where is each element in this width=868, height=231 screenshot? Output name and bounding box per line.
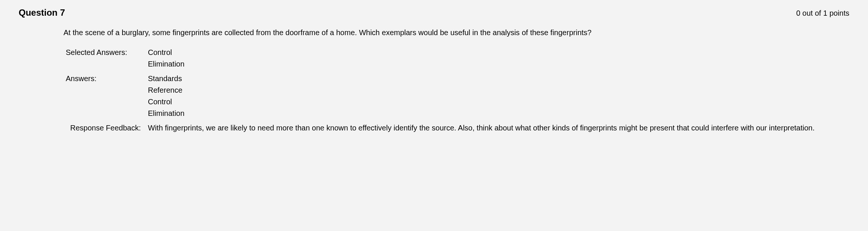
list-item: Standards [148, 74, 849, 85]
points-score: 0 out of 1 points [796, 9, 849, 18]
list-item: Control [148, 97, 849, 108]
question-header: Question 7 0 out of 1 points [19, 7, 849, 18]
list-item: Elimination [148, 108, 849, 120]
feedback-label: Response Feedback: [66, 123, 148, 133]
question-content: At the scene of a burglary, some fingerp… [19, 28, 849, 133]
selected-answers-label: Selected Answers: [66, 47, 148, 71]
list-item: Reference [148, 85, 849, 97]
selected-answers-list: Control Elimination [148, 47, 849, 71]
question-title: Question 7 [19, 7, 65, 18]
question-text: At the scene of a burglary, some fingerp… [63, 28, 849, 37]
list-item: Control [148, 47, 849, 59]
answers-list: Standards Reference Control Elimination [148, 74, 849, 120]
list-item: Elimination [148, 59, 849, 71]
answers-block: Selected Answers: Control Elimination An… [63, 47, 849, 133]
answers-label: Answers: [66, 74, 148, 120]
feedback-text: With fingerprints, we are likely to need… [148, 123, 849, 133]
